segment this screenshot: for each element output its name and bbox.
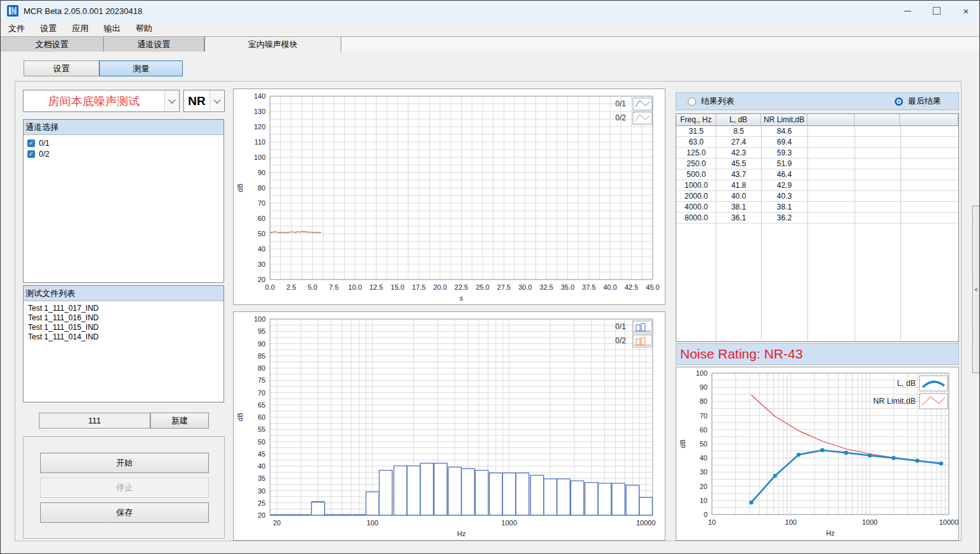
- channel-item-0[interactable]: ✓0/1: [24, 138, 224, 148]
- table-cell: 45.5: [716, 159, 762, 169]
- test-file-list[interactable]: Test 1_111_017_INDTest 1_111_016_INDTest…: [24, 301, 224, 342]
- table-header-cell: [900, 114, 958, 125]
- svg-text:2.5: 2.5: [287, 283, 296, 291]
- svg-text:100: 100: [696, 369, 707, 377]
- svg-text:90: 90: [700, 383, 707, 391]
- checkbox-icon[interactable]: ✓: [27, 150, 35, 158]
- table-cell: 40.3: [761, 191, 807, 201]
- menu-item-3[interactable]: 输出: [96, 21, 128, 36]
- svg-text:80: 80: [700, 397, 707, 405]
- chevron-down-icon[interactable]: [164, 90, 179, 111]
- time-history-svg: 20304050607080901001101201301400.02.55.0…: [234, 89, 665, 304]
- chevron-down-icon[interactable]: [209, 90, 224, 111]
- table-row[interactable]: 31.58.584.6: [676, 126, 958, 137]
- maximize-button[interactable]: [922, 1, 951, 21]
- svg-text:0/2: 0/2: [615, 336, 626, 345]
- test-name-field[interactable]: [39, 413, 150, 429]
- menu-item-4[interactable]: 帮助: [128, 21, 160, 36]
- menu-bar: 文件设置应用输出帮助: [1, 21, 980, 36]
- file-item-1[interactable]: Test 1_111_016_IND: [24, 313, 224, 323]
- channel-item-1[interactable]: ✓0/2: [24, 148, 224, 159]
- svg-text:90: 90: [258, 340, 266, 348]
- table-cell: 51.9: [761, 159, 807, 169]
- table-row[interactable]: 2000.040.040.3: [676, 191, 958, 202]
- main-tab-2[interactable]: 室内噪声模块: [204, 37, 341, 52]
- svg-text:10: 10: [700, 497, 707, 504]
- test-type-combobox[interactable]: 房间本底噪声测试: [23, 90, 180, 112]
- main-tab-1[interactable]: 通道设置: [104, 37, 204, 52]
- new-button[interactable]: 新建: [150, 413, 209, 429]
- app-window: MCR Beta 2.05.0.001 20230418 × 文件设置应用输出帮…: [0, 0, 980, 554]
- channel-list[interactable]: ✓0/1✓0/2: [24, 135, 224, 159]
- svg-text:27.5: 27.5: [497, 283, 511, 291]
- table-cell: 500.0: [676, 169, 716, 180]
- svg-text:32.5: 32.5: [539, 283, 553, 291]
- svg-text:10000: 10000: [636, 519, 656, 527]
- table-cell: 125.0: [676, 148, 716, 158]
- save-button[interactable]: 保存: [40, 502, 209, 523]
- tab-measure[interactable]: 测量: [99, 60, 183, 76]
- table-cell: 38.1: [716, 202, 762, 212]
- close-button[interactable]: ×: [951, 1, 980, 21]
- svg-text:1000: 1000: [862, 518, 877, 526]
- table-cell: [900, 126, 958, 136]
- svg-text:70: 70: [258, 389, 266, 397]
- table-row[interactable]: 250.045.551.9: [676, 159, 958, 169]
- results-table: Freq., HzL, dBNR Limit,dB31.58.584.663.0…: [676, 113, 959, 342]
- table-header-cell: [807, 114, 855, 125]
- svg-text:s: s: [460, 294, 464, 302]
- svg-text:50: 50: [700, 440, 707, 448]
- table-row[interactable]: 500.043.746.4: [676, 169, 958, 180]
- table-cell: [900, 202, 958, 212]
- table-row[interactable]: 8000.036.136.2: [676, 213, 958, 224]
- start-button[interactable]: 开始: [40, 453, 209, 473]
- table-header-cell: Freq., Hz: [676, 114, 716, 125]
- main-tab-0[interactable]: 文档设置: [1, 37, 104, 52]
- file-item-3[interactable]: Test 1_111_014_IND: [24, 332, 224, 342]
- table-cell: [807, 148, 855, 158]
- table-cell: 40.0: [716, 191, 762, 201]
- radio-results-list-label[interactable]: 结果列表: [701, 96, 734, 107]
- table-cell: [855, 202, 900, 212]
- svg-text:0.0: 0.0: [265, 283, 274, 291]
- channel-label: 0/1: [39, 139, 50, 148]
- checkbox-icon[interactable]: ✓: [27, 139, 35, 147]
- window-title: MCR Beta 2.05.0.001 20230418: [24, 6, 142, 16]
- radio-results-list[interactable]: [688, 97, 696, 106]
- menu-item-0[interactable]: 文件: [1, 21, 32, 36]
- file-item-2[interactable]: Test 1_111_015_IND: [24, 323, 224, 332]
- table-cell: 1000.0: [676, 180, 716, 190]
- table-header-cell: L, dB: [716, 114, 762, 125]
- svg-text:37.5: 37.5: [582, 283, 595, 291]
- svg-text:45.0: 45.0: [646, 283, 659, 291]
- table-row[interactable]: 1000.041.842.9: [676, 180, 958, 191]
- svg-text:dB: dB: [236, 413, 244, 421]
- table-row[interactable]: 4000.038.138.1: [676, 202, 958, 213]
- test-file-box: 测试文件列表 Test 1_111_017_INDTest 1_111_016_…: [23, 285, 224, 402]
- tab-settings[interactable]: 设置: [24, 60, 99, 76]
- table-cell: 27.4: [716, 137, 762, 147]
- channel-select-box: 通道选择 ✓0/1✓0/2: [23, 119, 224, 283]
- table-row[interactable]: 125.042.359.3: [676, 148, 958, 159]
- minimize-button[interactable]: [893, 1, 922, 21]
- radio-last-result[interactable]: [895, 97, 903, 106]
- panel-expander[interactable]: <: [972, 206, 980, 373]
- table-cell: [900, 213, 958, 223]
- menu-item-1[interactable]: 设置: [32, 21, 64, 36]
- svg-text:20.0: 20.0: [433, 283, 446, 291]
- rating-combobox[interactable]: NR: [183, 90, 225, 112]
- svg-text:140: 140: [254, 92, 266, 100]
- file-item-0[interactable]: Test 1_111_017_IND: [24, 304, 224, 313]
- svg-text:42.5: 42.5: [625, 283, 638, 291]
- menu-item-2[interactable]: 应用: [64, 21, 96, 36]
- svg-text:100: 100: [254, 153, 266, 161]
- table-cell: 42.3: [716, 148, 762, 158]
- nr-curve-chart: 010203040506070809010010100100010000HzdB…: [676, 367, 959, 541]
- time-history-chart: 20304050607080901001101201301400.02.55.0…: [233, 89, 665, 305]
- table-header-cell: [855, 114, 900, 125]
- table-cell: [855, 159, 900, 169]
- svg-text:5.0: 5.0: [308, 283, 317, 291]
- radio-last-result-label[interactable]: 最后结果: [908, 96, 941, 107]
- table-row[interactable]: 63.027.469.4: [676, 137, 958, 148]
- svg-text:30: 30: [258, 487, 266, 495]
